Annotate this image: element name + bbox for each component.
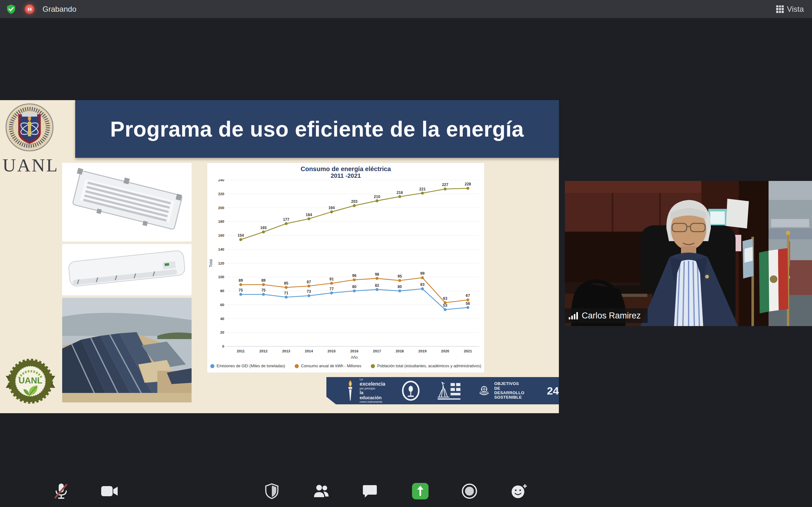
y-tick-label: 180 <box>218 220 224 223</box>
data-point <box>444 301 447 304</box>
data-point <box>285 222 288 225</box>
data-label: 96 <box>352 274 357 278</box>
share-screen-icon[interactable] <box>412 483 429 500</box>
chart-subtitle: 2011 -2021 <box>207 172 484 179</box>
chat-icon[interactable] <box>362 484 377 498</box>
x-tick-label: 2019 <box>418 349 426 353</box>
x-tick-label: 2020 <box>441 349 450 353</box>
data-label: 228 <box>465 182 471 186</box>
data-point <box>421 276 424 279</box>
solar-panels-image <box>62 298 192 402</box>
data-label: 99 <box>420 271 425 276</box>
data-point <box>375 277 378 280</box>
record-icon[interactable] <box>461 483 478 499</box>
data-point <box>444 187 447 190</box>
participants-icon[interactable] <box>313 484 330 498</box>
data-point <box>398 279 401 282</box>
data-label: 83 <box>420 282 425 287</box>
data-point <box>285 286 288 289</box>
meeting-top-bar: Grabando Vista <box>0 0 812 18</box>
data-label: 194 <box>328 206 335 210</box>
data-label: 177 <box>283 217 289 222</box>
data-label: 67 <box>466 293 470 298</box>
data-point <box>466 298 469 301</box>
round-emblem-icon <box>401 381 420 401</box>
video-camera-icon[interactable] <box>101 485 118 498</box>
y-tick-label: 220 <box>218 192 224 196</box>
data-label: 82 <box>375 283 379 288</box>
data-label: 73 <box>307 289 311 294</box>
recording-indicator-icon[interactable] <box>25 4 34 14</box>
data-point <box>398 289 401 292</box>
line-chart: 020406080100120140160180200220240Total20… <box>207 179 484 361</box>
network-signal-icon <box>569 312 578 320</box>
series-line <box>241 188 468 239</box>
y-tick-label: 20 <box>220 331 224 334</box>
x-tick-label: 2012 <box>259 349 268 353</box>
data-point <box>285 296 288 298</box>
data-label: 227 <box>442 182 448 187</box>
data-point <box>444 308 447 311</box>
data-label: 154 <box>238 233 244 238</box>
data-point <box>375 199 378 202</box>
security-verified-icon[interactable] <box>6 4 16 14</box>
data-label: 77 <box>329 287 334 291</box>
x-tick-label: 2015 <box>328 349 336 353</box>
energy-chart-card: Consumo de energía eléctrica 2011 -2021 … <box>207 163 484 373</box>
reactions-icon[interactable] <box>510 483 528 499</box>
data-label: 91 <box>329 277 334 281</box>
legend-label: Consumo anual de kWh - Millones <box>301 364 361 368</box>
y-tick-label: 140 <box>218 247 224 251</box>
slide-footer-bar: La excelencia por principio la educación… <box>326 377 559 404</box>
participant-video-tile[interactable]: Carlos Ramirez <box>565 181 812 326</box>
y-tick-label: 60 <box>220 303 224 307</box>
data-label: 80 <box>398 285 402 289</box>
participant-video-frame <box>565 181 812 326</box>
shared-screen-slide: Programa de uso eficiente de la energía … <box>0 100 559 413</box>
y-axis-label: Total <box>209 259 213 267</box>
data-point <box>330 282 333 285</box>
data-point <box>239 283 242 286</box>
view-button[interactable]: Vista <box>776 5 812 14</box>
data-label: 89 <box>239 278 243 283</box>
chart-legend: Emisiones de GEI (Miles de toneladas)Con… <box>207 364 484 368</box>
data-point <box>239 238 242 241</box>
data-point <box>307 294 310 297</box>
data-label: 85 <box>284 281 289 285</box>
torch-icon <box>344 379 357 402</box>
x-tick-label: 2016 <box>350 349 358 353</box>
x-axis-label: Año <box>351 355 358 360</box>
data-point <box>239 293 242 296</box>
data-label: 216 <box>397 190 403 195</box>
data-point <box>330 210 333 213</box>
data-point <box>353 278 356 281</box>
view-button-label: Vista <box>787 5 804 14</box>
data-point <box>421 287 424 290</box>
air-conditioner-image <box>62 244 192 295</box>
data-point <box>307 285 310 287</box>
legend-item: Población total (estudiantes, académicos… <box>371 364 481 368</box>
y-tick-label: 0 <box>222 344 224 348</box>
legend-dot-icon <box>295 364 299 368</box>
data-label: 87 <box>307 280 311 284</box>
data-label: 71 <box>284 291 289 295</box>
x-tick-label: 2018 <box>396 349 404 353</box>
x-tick-label: 2013 <box>282 349 290 353</box>
y-tick-label: 80 <box>220 289 224 293</box>
data-point <box>466 306 469 309</box>
x-tick-label: 2017 <box>373 349 381 353</box>
participant-name-tag: Carlos Ramirez <box>565 308 648 323</box>
x-tick-label: 2011 <box>237 349 245 353</box>
recording-status-label: Grabando <box>43 5 77 14</box>
data-label: 89 <box>261 278 266 283</box>
data-label: 63 <box>443 296 448 301</box>
slide-images-column <box>62 163 192 402</box>
legend-dot-icon <box>371 364 375 368</box>
legend-item: Consumo anual de kWh - Millones <box>295 364 361 368</box>
excelencia-text: La excelencia por principio la educación… <box>360 378 386 404</box>
security-shield-icon[interactable] <box>265 483 279 499</box>
data-label: 56 <box>466 301 470 306</box>
microphone-muted-icon[interactable] <box>53 482 69 500</box>
uanl-logo-block: UANL <box>3 102 56 176</box>
sdg-text: OBJETIVOS DE DESARROLLO SOSTENIBLE <box>494 382 530 400</box>
